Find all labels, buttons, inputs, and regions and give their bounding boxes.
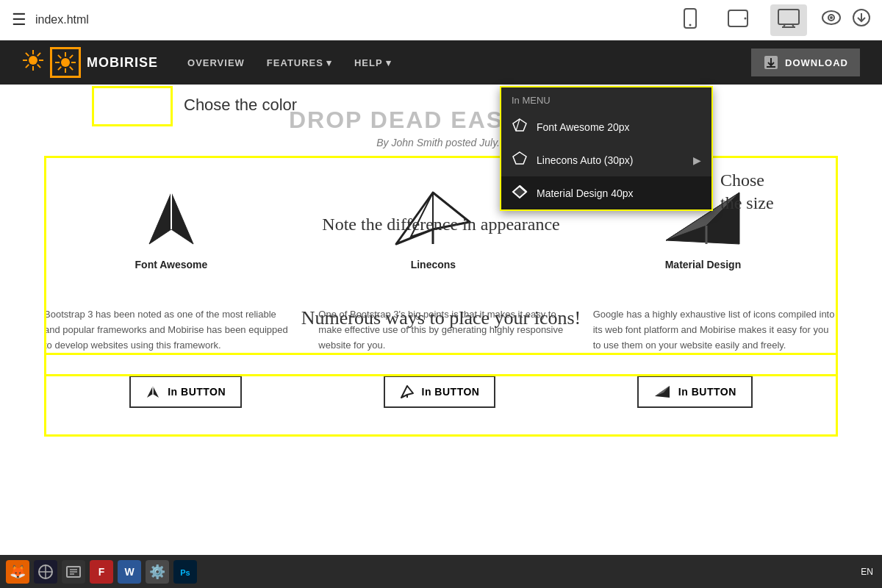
- btn-fa-icon: [146, 384, 160, 399]
- dropdown-item-label: Linecons Auto (30px): [537, 154, 634, 166]
- taskbar-app2[interactable]: [62, 560, 85, 584]
- svg-rect-4: [778, 10, 799, 24]
- nav-help[interactable]: HELP ▾: [354, 57, 392, 68]
- logo-sun-plain: [22, 49, 44, 76]
- taskbar: 🦊 F W ⚙️ Ps EN: [0, 555, 882, 588]
- mobile-icon[interactable]: [675, 4, 706, 37]
- svg-line-18: [26, 52, 29, 55]
- desktop-icon[interactable]: [770, 4, 807, 36]
- page-title: index.html: [35, 13, 675, 26]
- svg-line-30: [58, 67, 61, 70]
- features-dropdown-arrow: ▾: [326, 57, 332, 68]
- dropdown-menu: In MENU Font Awesome 20px Linecons Auto …: [500, 86, 713, 211]
- annotation-chose-size: Chose the size: [720, 169, 774, 215]
- annotation-chose-color: Chose the color: [184, 96, 297, 115]
- download-btn-label: DOWNLOAD: [785, 57, 848, 68]
- main-content: MOBIRISE OVERVIEW FEATURES ▾ HELP ▾ DOWN…: [0, 40, 882, 588]
- toolbar: ☰ index.html: [0, 0, 882, 40]
- svg-point-1: [689, 24, 692, 26]
- btn-linecons-icon: [400, 384, 415, 399]
- svg-text:Ps: Ps: [180, 568, 190, 577]
- taskbar-firefox[interactable]: 🦊: [6, 560, 29, 584]
- in-button-material[interactable]: In BUTTON: [637, 376, 753, 408]
- dropdown-item-label: Font Awesome 20px: [537, 121, 630, 133]
- material-icon: [512, 184, 528, 202]
- taskbar-photoshop[interactable]: Ps: [173, 560, 197, 584]
- fa-label: Font Awesome: [135, 259, 208, 270]
- preview-icon[interactable]: [822, 10, 841, 29]
- svg-line-20: [37, 52, 40, 55]
- logo-text: MOBIRISE: [87, 55, 158, 71]
- svg-line-29: [70, 55, 73, 58]
- taskbar-lang: EN: [861, 567, 873, 577]
- btn-fa-label: In BUTTON: [168, 386, 226, 398]
- download-btn-icon: [763, 54, 779, 71]
- dropdown-item-material[interactable]: Material Design 40px: [501, 176, 711, 209]
- taskbar-settings[interactable]: ⚙️: [146, 560, 169, 584]
- svg-point-10: [830, 16, 833, 19]
- nav-features[interactable]: FEATURES ▾: [267, 57, 332, 68]
- dropdown-section-label: In MENU: [501, 87, 711, 110]
- in-button-linecons[interactable]: In BUTTON: [384, 376, 496, 408]
- site-nav-links: OVERVIEW FEATURES ▾ HELP ▾: [187, 57, 751, 68]
- font-awesome-icon: [512, 118, 528, 136]
- svg-point-22: [61, 58, 70, 67]
- dropdown-item-font-awesome[interactable]: Font Awesome 20px: [501, 110, 711, 143]
- material-label: Material Design: [665, 259, 741, 270]
- svg-line-27: [58, 55, 61, 58]
- svg-text:F: F: [98, 566, 105, 578]
- buttons-section: In BUTTON In BUTTON In BUTTON: [0, 353, 882, 437]
- dropdown-item-label: Material Design 40px: [537, 187, 634, 199]
- site-navbar: MOBIRISE OVERVIEW FEATURES ▾ HELP ▾ DOWN…: [0, 40, 882, 85]
- svg-point-3: [745, 17, 747, 19]
- download-button[interactable]: DOWNLOAD: [751, 49, 860, 76]
- in-button-fa[interactable]: In BUTTON: [129, 376, 242, 408]
- svg-marker-36: [513, 152, 526, 164]
- toolbar-right-icons: [822, 9, 870, 31]
- nav-overview[interactable]: OVERVIEW: [187, 57, 245, 68]
- hero-sub: By John Smith posted July...: [0, 137, 882, 148]
- taskbar-filezilla[interactable]: F: [90, 560, 113, 584]
- svg-text:W: W: [124, 566, 135, 578]
- submenu-arrow: ▶: [693, 154, 701, 166]
- dropdown-item-linecons[interactable]: Linecons Auto (30px) ▶: [501, 143, 711, 176]
- btn-material-icon: [653, 384, 671, 399]
- taskbar-app1[interactable]: [34, 560, 57, 584]
- svg-point-13: [29, 56, 37, 65]
- annotation-numerous-ways: Numerous ways to place your icons!: [0, 307, 882, 329]
- tablet-icon[interactable]: [720, 4, 756, 36]
- svg-marker-38: [513, 186, 526, 198]
- btn-material-label: In BUTTON: [678, 386, 736, 398]
- svg-line-19: [37, 64, 40, 67]
- svg-marker-34: [513, 119, 526, 131]
- help-dropdown-arrow: ▾: [386, 57, 392, 68]
- linecons-label: Linecons: [411, 259, 456, 270]
- logo-sun-outlined: [50, 47, 81, 78]
- btn-linecons-label: In BUTTON: [422, 386, 480, 398]
- download-icon[interactable]: [853, 9, 870, 31]
- svg-line-28: [70, 67, 73, 70]
- linecons-icon: [512, 151, 528, 169]
- buttons-row: In BUTTON In BUTTON In BUTTON: [59, 365, 823, 419]
- site-logo: MOBIRISE: [22, 47, 158, 78]
- three-cols-wrapper: Numerous ways to place your icons! Boots…: [0, 293, 882, 353]
- device-icons: [675, 4, 807, 37]
- taskbar-word[interactable]: W: [118, 560, 141, 584]
- annotation-note-difference: Note the difference in appearance: [59, 215, 823, 234]
- menu-icon[interactable]: ☰: [12, 10, 26, 29]
- yellow-box-color-picker: [92, 86, 173, 126]
- svg-line-21: [26, 64, 29, 67]
